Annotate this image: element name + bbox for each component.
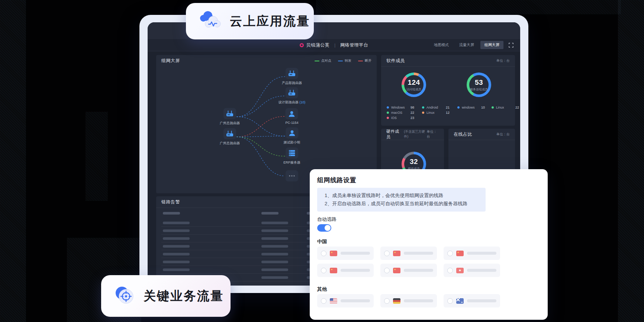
line-option-card[interactable]: ★: [380, 264, 437, 277]
topology-node-dots[interactable]: [286, 170, 298, 181]
line-name-skeleton: [467, 252, 496, 255]
chart-legend-item: Linux22: [492, 106, 519, 109]
topology-node-server[interactable]: ERP服务器: [283, 148, 300, 165]
line-option-card[interactable]: ★: [444, 264, 500, 277]
topology-edge-p2p: [237, 137, 285, 156]
alarm-row-skeleton: [261, 229, 288, 232]
auto-route-toggle[interactable]: [317, 224, 331, 232]
donut-center: 124访问端成员: [404, 75, 424, 94]
brand-name: 贝锐蒲公英: [306, 42, 330, 48]
route-settings-title: 组网线路设置: [317, 176, 356, 184]
topology-node-person[interactable]: 测试部小明: [284, 128, 300, 145]
donut-label: 访问端成员: [406, 87, 421, 91]
line-radio[interactable]: [447, 298, 453, 304]
chart-legend-item: Android21: [422, 106, 450, 109]
topology-node-router[interactable]: 设计部路由器 (10): [278, 87, 306, 105]
server-icon: [286, 148, 298, 159]
brand-separator: ｜: [333, 42, 337, 48]
alarm-col-header-skeleton: [163, 212, 180, 215]
alarm-row-skeleton: [261, 222, 288, 224]
section-title-china: 中国: [317, 238, 327, 245]
topology-node-person[interactable]: PC-1154: [286, 108, 299, 125]
legend-dot: [387, 106, 389, 109]
topology-node-label: 广州总路由器: [220, 121, 240, 126]
line-name-skeleton: [404, 252, 433, 255]
nav-button-0[interactable]: 地图模式: [430, 41, 453, 49]
line-option-card[interactable]: ★: [444, 247, 500, 260]
alarm-row-skeleton: [261, 276, 288, 279]
line-radio[interactable]: [447, 251, 453, 256]
topology-edge-forward: [237, 77, 285, 117]
line-name-skeleton: [467, 299, 496, 302]
glitch-noise-left: [0, 0, 26, 322]
cloud-traffic-icon: [199, 11, 222, 32]
hardware-members-unit: 单位：台: [427, 129, 439, 139]
legend-dot: [457, 106, 460, 109]
line-radio[interactable]: [321, 268, 326, 273]
line-radio[interactable]: [384, 268, 390, 273]
legend-name: Windows: [391, 106, 408, 109]
line-name-skeleton: [404, 299, 433, 302]
line-radio[interactable]: [384, 251, 390, 256]
legend-name: Linux: [496, 106, 513, 109]
alarm-row-skeleton: [261, 237, 288, 240]
legend-name: iOS: [391, 116, 408, 120]
germany-flag-icon: [393, 298, 400, 304]
alarm-row-skeleton: [163, 222, 190, 224]
topology-edge-forward: [237, 136, 285, 137]
topology-node-router[interactable]: 广州总路由器: [220, 108, 240, 126]
hardware-members-header: 硬件成员 (不含第三方硬件) 单位：台: [381, 129, 444, 140]
online-ratio-header: 在线占比 单位：台: [448, 129, 515, 140]
legend-name: windows: [462, 106, 479, 109]
topology-edge-forward: [237, 137, 285, 176]
product-name: 网络管理平台: [340, 42, 368, 48]
line-name-skeleton: [404, 269, 433, 272]
line-option-card[interactable]: [380, 294, 437, 307]
alarm-col-header-skeleton: [261, 212, 278, 215]
line-name-skeleton: [341, 252, 370, 255]
line-option-card[interactable]: ★: [380, 247, 437, 260]
glitch-noise-right: [618, 0, 644, 322]
line-option-card[interactable]: ★: [317, 247, 374, 260]
line-option-card[interactable]: ★: [317, 264, 374, 277]
topology-node-label: 测试部小明: [284, 140, 300, 145]
line-radio[interactable]: [321, 251, 326, 256]
dots-icon: [286, 170, 298, 181]
router-icon: [223, 128, 236, 139]
topology-node-label: 设计部路由器 (10): [278, 100, 306, 105]
alarm-row-skeleton: [163, 245, 190, 248]
route-settings-panel: 组网线路设置 1、成员未单独设置线路时，会优先使用组网设置的线路 2、开启自动选…: [310, 169, 548, 320]
line-option-card[interactable]: ★: [444, 294, 500, 307]
topology-node-router[interactable]: 产品部路由器: [282, 68, 302, 86]
line-radio[interactable]: [321, 298, 326, 304]
chart-legend-item: iOS23: [387, 116, 414, 120]
online-ratio-unit: 单位：台: [496, 132, 510, 137]
donut-value: 53: [475, 78, 483, 87]
donut-center: 53服务器端成员: [469, 75, 489, 94]
alarm-row-skeleton: [261, 253, 288, 255]
topology-edge-forward: [237, 96, 285, 117]
alarm-row-skeleton: [163, 229, 190, 232]
fullscreen-icon[interactable]: [509, 43, 513, 48]
hardware-members-title: 硬件成员: [386, 129, 402, 140]
topology-node-label: 产品部路由器: [282, 81, 302, 86]
line-radio[interactable]: [384, 298, 390, 304]
marketing-composite: 贝锐蒲公英 ｜ 网络管理平台 地图模式流量大屏组网大屏 组网大屏 点对点转发断开…: [0, 0, 644, 322]
software-members-header: 软件成员 单位：台: [381, 55, 515, 67]
legend-dot: [422, 106, 424, 109]
topology-node-label: ERP服务器: [283, 160, 300, 165]
nav-button-1[interactable]: 流量大屏: [455, 41, 478, 49]
line-radio[interactable]: [447, 268, 453, 273]
chart-legend-item: Windows98: [387, 106, 414, 109]
legend-dot: [387, 117, 389, 119]
route-note-line-2: 2、开启自动选路后，成员可自动切换至当前延时最低的服务器线路: [325, 200, 478, 208]
online-ratio-title: 在线占比: [454, 131, 472, 138]
auto-route-label: 自动选路: [317, 216, 337, 223]
nav-button-2[interactable]: 组网大屏: [480, 41, 503, 49]
alarm-row-skeleton: [261, 268, 288, 271]
legend-dot: [492, 106, 494, 109]
topology-node-router[interactable]: 广州总路由器: [220, 128, 240, 146]
dashboard-header: 贝锐蒲公英 ｜ 网络管理平台 地图模式流量大屏组网大屏: [148, 39, 520, 51]
software-members-panel: 软件成员 单位：台 124访问端成员53服务器端成员Windows98Andro…: [381, 55, 515, 126]
line-option-card[interactable]: [317, 294, 374, 307]
